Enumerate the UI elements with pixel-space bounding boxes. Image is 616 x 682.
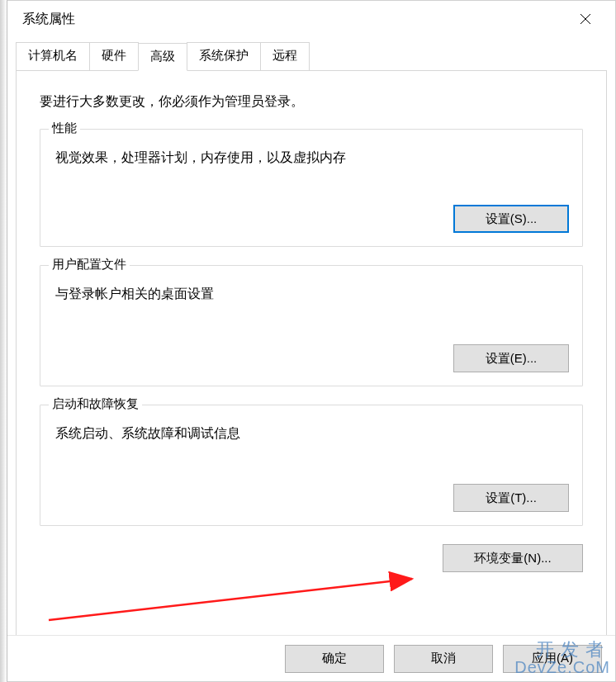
group-performance-legend: 性能	[49, 121, 80, 136]
tab-advanced[interactable]: 高级	[138, 43, 187, 71]
performance-settings-button[interactable]: 设置(S)...	[453, 205, 569, 233]
group-user-profiles: 用户配置文件 与登录帐户相关的桌面设置 设置(E)...	[40, 265, 583, 386]
environment-variables-button[interactable]: 环境变量(N)...	[443, 544, 583, 572]
close-button[interactable]	[567, 7, 604, 31]
window-title: 系统属性	[22, 11, 75, 28]
startup-recovery-settings-button[interactable]: 设置(T)...	[453, 484, 569, 512]
tab-system-protection[interactable]: 系统保护	[187, 42, 261, 70]
titlebar: 系统属性	[7, 1, 615, 37]
tab-computer-name[interactable]: 计算机名	[16, 42, 90, 70]
group-startup-recovery: 启动和故障恢复 系统启动、系统故障和调试信息 设置(T)...	[40, 405, 583, 526]
tab-hardware[interactable]: 硬件	[89, 42, 139, 70]
tab-remote[interactable]: 远程	[260, 42, 310, 70]
group-user-profiles-legend: 用户配置文件	[49, 257, 130, 272]
system-properties-window: 系统属性 计算机名 硬件 高级 系统保护 远程 要进行大多数更改，你必须作为管理…	[7, 0, 616, 682]
cancel-button[interactable]: 取消	[394, 645, 493, 673]
apply-button[interactable]: 应用(A)	[503, 645, 602, 673]
tabs: 计算机名 硬件 高级 系统保护 远程	[16, 42, 607, 70]
group-user-profiles-desc: 与登录帐户相关的桌面设置	[55, 286, 569, 303]
group-performance-desc: 视觉效果，处理器计划，内存使用，以及虚拟内存	[55, 149, 569, 167]
group-performance: 性能 视觉效果，处理器计划，内存使用，以及虚拟内存 设置(S)...	[40, 129, 583, 247]
group-startup-recovery-legend: 启动和故障恢复	[49, 396, 142, 412]
group-startup-recovery-desc: 系统启动、系统故障和调试信息	[55, 425, 569, 443]
admin-notice: 要进行大多数更改，你必须作为管理员登录。	[40, 93, 583, 111]
tab-panel-advanced: 要进行大多数更改，你必须作为管理员登录。 性能 视觉效果，处理器计划，内存使用，…	[16, 70, 607, 653]
close-icon	[580, 13, 591, 25]
user-profiles-settings-button[interactable]: 设置(E)...	[453, 344, 569, 372]
ok-button[interactable]: 确定	[285, 645, 384, 673]
dialog-footer: 确定 取消 应用(A)	[7, 635, 615, 681]
